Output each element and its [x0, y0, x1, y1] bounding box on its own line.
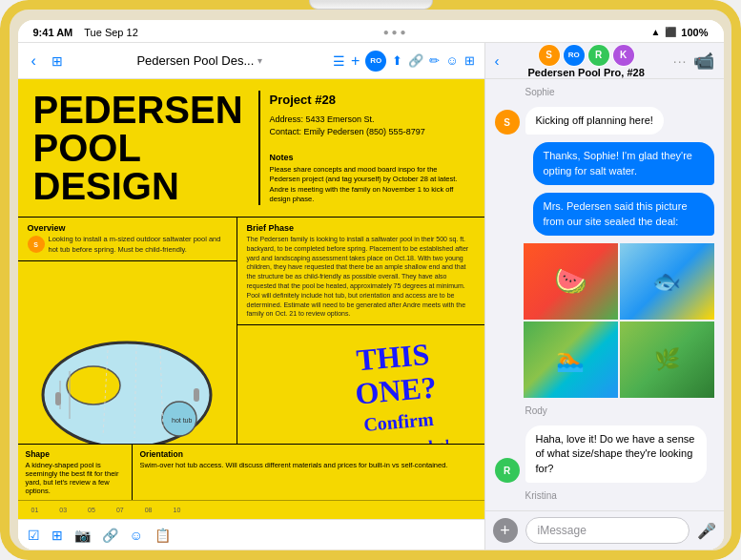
emoji-icon[interactable]: ☺ — [130, 528, 143, 543]
microphone-button[interactable]: 🎤 — [697, 522, 716, 540]
pen-tools: ☰ + RO ⬆ 🔗 ✏ ☺ ⊞ — [333, 51, 475, 72]
table-icon[interactable]: ⊞ — [51, 528, 63, 543]
messages-toolbar-center: S RO R K Pedersen Pool — [505, 44, 668, 78]
ruler-tick: 10 — [173, 507, 180, 513]
orientation-text: Swim-over hot tub access. Will discuss d… — [140, 461, 478, 469]
chevron-down-icon: ▾ — [257, 55, 262, 66]
message-row-1: Thanks, Sophie! I'm glad they're opting … — [495, 142, 714, 185]
svg-rect-8 — [194, 388, 199, 402]
brief-text: The Pedersen family is looking to instal… — [247, 235, 475, 319]
image-cell-fish: 🐟 — [620, 243, 714, 320]
ipad-frame: 9:41 AM Tue Sep 12 ● ● ● ▲ ⬛ 100% ‹ ⊞ — [0, 0, 741, 560]
message-placeholder: iMessage — [538, 524, 587, 537]
message-bubble-rody: Haha, love it! Do we have a sense of wha… — [525, 425, 707, 483]
overview-text: Looking to install a m-sized outdoor sal… — [49, 235, 227, 255]
message-bubble-mrs: Mrs. Pedersen said this picture from our… — [533, 193, 714, 236]
message-images-grid: 🍉 🐟 🏊 🌿 — [524, 243, 714, 398]
screen: 9:41 AM Tue Sep 12 ● ● ● ▲ ⬛ 100% ‹ ⊞ — [18, 20, 724, 550]
messages-app-panel: ‹ S RO R — [485, 43, 724, 550]
project-info-block: Project #28 Address: 5433 Emerson St. Co… — [258, 91, 469, 205]
notes-back-button[interactable]: ‹ — [28, 51, 40, 72]
sophie-avatar: S — [495, 110, 520, 135]
checklist-icon[interactable]: ☑ — [28, 528, 40, 543]
group-avatar-sophie: S — [538, 44, 561, 67]
brief-header: Brief Phase — [247, 223, 475, 233]
shape-text: A kidney-shaped pool is seemingly the be… — [26, 461, 124, 495]
messages-back-button[interactable]: ‹ — [495, 52, 500, 69]
sender-label-sophie: Sophie — [495, 87, 714, 97]
group-avatar-ro: RO — [563, 44, 586, 67]
svg-text:hot tub: hot tub — [172, 417, 193, 424]
status-date: Tue Sep 12 — [84, 27, 137, 38]
rody-avatar: R — [495, 458, 520, 483]
messages-toolbar: ‹ S RO R — [485, 43, 724, 79]
list-icon[interactable]: ☰ — [333, 53, 345, 69]
sidebar-icon[interactable]: ⊞ — [48, 52, 67, 71]
message-row-2: Mrs. Pedersen said this picture from our… — [495, 193, 714, 236]
wifi-icon: ▲ — [650, 27, 660, 37]
battery-icon: ⬛ — [665, 27, 676, 37]
ruler-tick: 03 — [59, 507, 67, 513]
pool-bottom-info: Shape A kidney-shaped pool is seemingly … — [18, 444, 484, 500]
status-time: 9:41 AM — [33, 27, 73, 38]
image-cell-garden: 🌿 — [620, 321, 714, 398]
pool-design-title: PEDERSENPOOLDESIGN — [33, 91, 243, 205]
emoji-icon[interactable]: ☺ — [445, 53, 458, 68]
notes-toolbar-title: Pedersen Pool Des... ▾ — [74, 53, 325, 68]
notes-app-panel: ‹ ⊞ Pedersen Pool Des... ▾ ☰ + RO ⬆ 🔗 ✏ — [18, 43, 485, 550]
project-address: Address: 5433 Emerson St. — [270, 114, 469, 127]
orientation-section: Orientation Swim-over hot tub access. Wi… — [133, 445, 484, 500]
image-cell-watermelon: 🍉 — [524, 243, 618, 320]
overview-avatar: S — [28, 236, 45, 253]
shape-header: Shape — [26, 449, 124, 459]
link-icon[interactable]: 🔗 — [102, 528, 118, 543]
group-avatars[interactable]: S RO R K — [538, 44, 635, 67]
message-row-0: S Kicking off planning here! — [495, 107, 714, 135]
ruler-tick: 05 — [88, 507, 95, 513]
messages-dots[interactable]: ··· — [673, 53, 688, 69]
overview-header: Overview — [28, 223, 227, 233]
ruler-tick: 08 — [145, 507, 153, 513]
group-name: Pedersen Pool Pro, #28 — [528, 67, 645, 78]
project-number: Project #28 — [270, 91, 469, 110]
draw-icon[interactable]: ✏ — [429, 53, 440, 68]
messages-list[interactable]: Sophie S Kicking off planning here! Than… — [485, 79, 724, 510]
ruler-tick: 07 — [116, 507, 124, 513]
svg-rect-7 — [55, 392, 61, 405]
message-bubble-thanks: Thanks, Sophie! I'm glad they're opting … — [533, 142, 714, 185]
notes-bottom-toolbar: ☑ ⊞ 📷 🔗 ☺ 📋 — [18, 519, 484, 550]
status-icons: ▲ ⬛ 100% — [650, 27, 708, 38]
pool-overview: Overview S Looking to install a m-sized … — [18, 218, 237, 261]
status-bar: 9:41 AM Tue Sep 12 ● ● ● ▲ ⬛ 100% — [18, 20, 724, 43]
orientation-header: Orientation — [140, 449, 478, 459]
link-icon[interactable]: 🔗 — [408, 53, 423, 68]
video-call-button[interactable]: 📹 — [693, 51, 714, 72]
pool-title-block: PEDERSENPOOLDESIGN — [33, 91, 243, 205]
sender-label-kristina: Kristina — [495, 490, 714, 501]
share-icon[interactable]: ⬆ — [392, 53, 402, 68]
add-attachment-button[interactable]: + — [493, 518, 518, 543]
sender-label-rody: Rody — [495, 405, 714, 416]
message-input[interactable]: iMessage — [525, 517, 690, 544]
image-cell-pool: 🏊 — [524, 321, 618, 398]
notes-content[interactable]: PEDERSENPOOLDESIGN Project #28 Address: … — [18, 79, 484, 519]
more-icon[interactable]: ⊞ — [464, 53, 475, 68]
battery-percent: 100% — [681, 27, 708, 38]
pool-document: PEDERSENPOOLDESIGN Project #28 Address: … — [18, 79, 484, 519]
group-avatar-rody: R — [587, 44, 610, 67]
message-row-rody: R Haha, love it! Do we have a sense of w… — [495, 425, 714, 483]
photo-icon[interactable]: 📷 — [74, 528, 91, 543]
message-bubble-sophie: Kicking off planning here! — [525, 107, 664, 135]
notes-doc-title: Pedersen Pool Des... — [136, 53, 254, 68]
apple-pencil — [309, 0, 433, 10]
shape-section: Shape A kidney-shaped pool is seemingly … — [18, 445, 133, 500]
user-avatar: RO — [365, 51, 386, 72]
notes-text: Please share concepts and mood board ins… — [270, 165, 469, 205]
group-avatar-kristina: K — [612, 44, 635, 67]
add-icon[interactable]: + — [351, 52, 360, 70]
note-icon[interactable]: 📋 — [154, 528, 171, 543]
notes-toolbar: ‹ ⊞ Pedersen Pool Des... ▾ ☰ + RO ⬆ 🔗 ✏ — [18, 43, 484, 79]
svg-point-1 — [67, 366, 120, 404]
notes-label: Notes — [270, 152, 469, 165]
main-content: ‹ ⊞ Pedersen Pool Des... ▾ ☰ + RO ⬆ 🔗 ✏ — [18, 43, 724, 550]
